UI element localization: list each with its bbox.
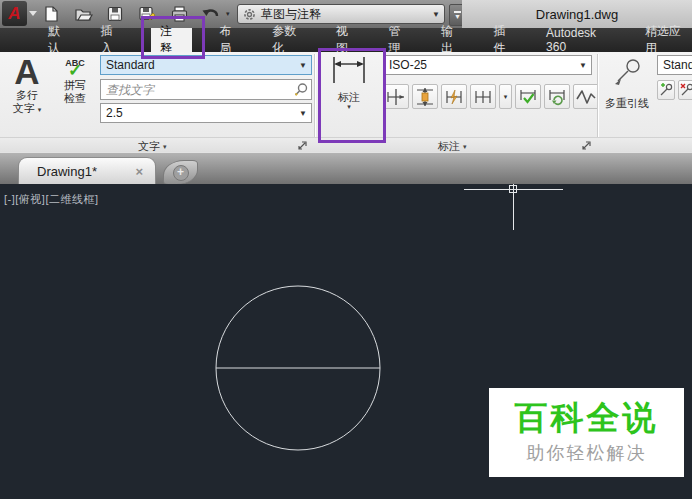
watermark-box: 百科全说 助你轻松解决 (489, 388, 684, 477)
panel-expand-icon: ▾ (463, 143, 467, 151)
dim-dialog-launcher[interactable] (581, 140, 592, 151)
panel-expand-icon: ▾ (163, 143, 167, 151)
dimension-break-button[interactable] (441, 84, 467, 109)
new-tab-button[interactable]: + (163, 160, 198, 185)
drawing-canvas[interactable]: [-][俯视][二维线框] 百科全说 助你轻松解决 (0, 184, 692, 499)
tab-layout[interactable]: 布局 (218, 28, 245, 52)
multileader-button[interactable]: 多重引线 (601, 58, 653, 110)
update-dimension-button[interactable] (544, 84, 570, 109)
watermark-title: 百科全说 (515, 400, 659, 436)
remove-leader-icon (680, 83, 692, 97)
overflow-arrow-icon: ▼ (454, 14, 461, 19)
highlight-annotate-tab (141, 16, 205, 59)
mtext-a-icon: A (14, 55, 39, 89)
undo-dropdown-icon[interactable]: ▾ (226, 10, 230, 18)
tab-autodesk360[interactable]: Autodesk 360 (544, 28, 617, 52)
mleader-style-combobox[interactable]: Stand (657, 55, 692, 75)
remove-leader-button[interactable] (678, 80, 692, 100)
open-folder-icon (74, 5, 93, 23)
add-leader-icon (659, 83, 673, 97)
file-tab-drawing1[interactable]: Drawing1* × (18, 157, 156, 185)
adjust-space-icon (414, 87, 436, 107)
quick-dimension-button[interactable] (383, 84, 409, 109)
add-leader-button[interactable] (657, 80, 675, 100)
tab-output[interactable]: 输出 (439, 28, 466, 52)
mtext-button[interactable]: A 多行 文字 ▾ (6, 55, 48, 115)
dimension-tools: ▾ (383, 84, 599, 109)
highlight-dimension-button (318, 48, 386, 143)
save-button[interactable] (104, 3, 126, 25)
plus-icon: + (173, 165, 189, 181)
new-file-button[interactable] (40, 3, 62, 25)
panel-separator (314, 54, 315, 150)
find-text-input[interactable] (100, 79, 312, 100)
tab-plugins[interactable]: 插件 (492, 28, 519, 52)
combo-arrow-icon: ▼ (579, 61, 587, 70)
combo-arrow-icon: ▼ (299, 109, 307, 118)
find-text-field (100, 79, 312, 100)
tab-manage[interactable]: 管理 (386, 28, 413, 52)
workspace-label: 草图与注释 (261, 6, 432, 23)
jogged-linear-button[interactable] (573, 84, 599, 109)
inspect-dimension-button[interactable] (515, 84, 541, 109)
tab-featured-apps[interactable]: 精选应用 (643, 28, 692, 52)
autocad-logo-button[interactable]: A (2, 1, 27, 26)
combo-arrow-icon: ▼ (299, 61, 307, 70)
continue-dimension-icon (472, 87, 494, 107)
text-height-combobox[interactable]: 2.5 ▼ (100, 103, 312, 123)
check-icon: ✓ (68, 65, 82, 77)
continue-dimension-dropdown[interactable]: ▾ (499, 84, 512, 109)
file-tab-bar: Drawing1* × + (0, 152, 692, 185)
open-file-button[interactable] (72, 3, 94, 25)
jogged-line-icon (575, 87, 597, 107)
text-dialog-launcher[interactable] (297, 140, 308, 151)
workspace-selector[interactable]: 草图与注释 ▼ (237, 4, 445, 24)
close-tab-icon[interactable]: × (135, 164, 143, 179)
workspace-dropdown-icon: ▼ (432, 10, 440, 19)
tab-default[interactable]: 默认 (46, 28, 73, 52)
tab-parametric[interactable]: 参数化 (270, 28, 308, 52)
text-style-combobox[interactable]: Standard ▼ (100, 55, 312, 75)
dim-style-combobox[interactable]: ISO-25 ▼ (383, 55, 592, 75)
mtext-dropdown-icon: ▾ (38, 106, 42, 113)
multileader-icon (611, 58, 643, 88)
dimension-break-icon (443, 87, 465, 107)
panel-separator (597, 54, 598, 150)
save-floppy-icon (106, 5, 124, 23)
logo-dropdown-icon[interactable] (29, 11, 37, 16)
find-text-icon[interactable] (293, 82, 309, 97)
adjust-space-button[interactable] (412, 84, 438, 109)
continue-dimension-button[interactable] (470, 84, 496, 109)
new-file-icon (42, 5, 60, 23)
dropdown-arrow-icon: ▾ (504, 93, 508, 101)
gear-icon (242, 7, 257, 22)
watermark-subtitle: 助你轻松解决 (527, 441, 647, 465)
quick-dimension-icon (385, 87, 407, 107)
inspect-dimension-icon (517, 87, 539, 107)
file-tab-label: Drawing1* (37, 164, 135, 179)
tab-insert[interactable]: 插入 (99, 28, 126, 52)
spell-check-button[interactable]: ABC ✓ 拼写 检查 (53, 58, 97, 105)
document-title: Drawing1.dwg (536, 7, 618, 22)
autocad-a-icon: A (8, 4, 20, 24)
update-dimension-icon (546, 87, 568, 107)
